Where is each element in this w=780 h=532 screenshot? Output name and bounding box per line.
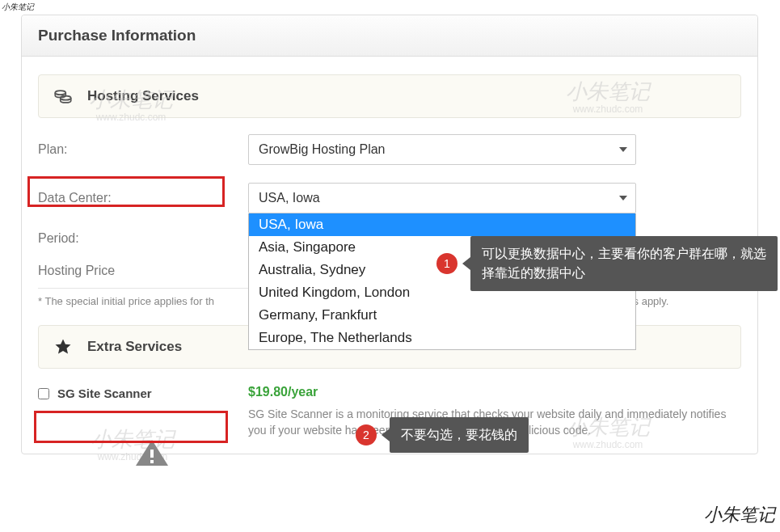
annotation-2: 2 不要勾选，要花钱的 bbox=[356, 417, 529, 453]
annotation-1-text: 可以更换数据中心，主要看你的客户群在哪，就选择靠近的数据中心 bbox=[470, 236, 778, 291]
hosting-section-title: Hosting Services bbox=[87, 88, 199, 104]
annotation-2-text: 不要勾选，要花钱的 bbox=[390, 417, 529, 453]
annotation-1-arrow bbox=[462, 257, 470, 270]
hosting-price-label: Hosting Price bbox=[38, 264, 248, 278]
svg-rect-2 bbox=[150, 450, 154, 458]
annotation-1: 1 可以更换数据中心，主要看你的客户群在哪，就选择靠近的数据中心 bbox=[436, 236, 778, 291]
data-center-label: Data Center: bbox=[38, 191, 248, 205]
panel-title: Purchase Information bbox=[38, 27, 741, 44]
data-center-select[interactable]: USA, Iowa bbox=[248, 183, 636, 213]
plan-select[interactable]: GrowBig Hosting Plan bbox=[248, 134, 636, 165]
annotation-2-number: 2 bbox=[356, 424, 377, 445]
plan-row: Plan: GrowBig Hosting Plan bbox=[38, 134, 741, 165]
purchase-info-panel: Purchase Information Hosting Services Pl… bbox=[21, 15, 758, 454]
plan-label: Plan: bbox=[38, 142, 248, 157]
watermark-bottom-right: 小朱笔记 bbox=[704, 503, 775, 527]
data-center-value: USA, Iowa bbox=[259, 191, 320, 205]
coins-icon bbox=[50, 83, 76, 109]
dc-option-usa-iowa[interactable]: USA, Iowa bbox=[249, 213, 635, 236]
hosting-services-section: Hosting Services bbox=[38, 74, 741, 118]
sg-scanner-label: SG Site Scanner bbox=[57, 386, 152, 400]
panel-header: Purchase Information bbox=[22, 15, 757, 57]
sg-scanner-price: $19.80/year bbox=[248, 385, 318, 399]
period-label: Period: bbox=[38, 231, 248, 246]
svg-rect-3 bbox=[150, 460, 154, 463]
annotation-1-number: 1 bbox=[436, 253, 457, 274]
data-center-row: Data Center: USA, Iowa USA, Iowa Asia, S… bbox=[38, 183, 741, 213]
star-icon bbox=[50, 334, 76, 360]
sg-scanner-checkbox[interactable] bbox=[38, 388, 49, 399]
watermark-top-left: 小朱笔记 bbox=[2, 2, 34, 13]
dc-option-germany-frankfurt[interactable]: Germany, Frankfurt bbox=[249, 304, 635, 327]
annotation-2-arrow bbox=[382, 429, 390, 441]
svg-point-0 bbox=[55, 91, 65, 95]
dc-option-europe-netherlands[interactable]: Europe, The Netherlands bbox=[249, 327, 635, 349]
plan-select-value: GrowBig Hosting Plan bbox=[259, 142, 386, 157]
extra-section-title: Extra Services bbox=[87, 339, 182, 355]
warning-icon bbox=[133, 437, 171, 472]
